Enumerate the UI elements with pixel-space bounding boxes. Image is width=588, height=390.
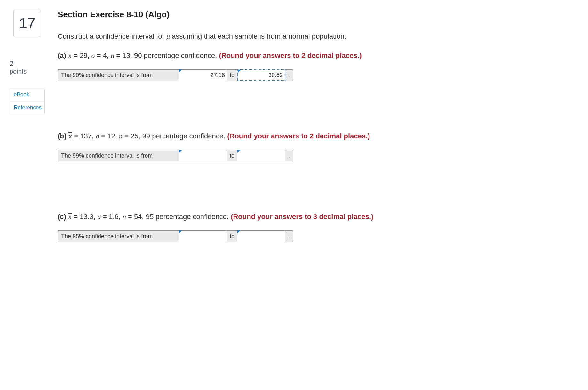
intro-pre: Construct a confidence interval for (58, 32, 166, 40)
period-cell: . (285, 230, 293, 242)
sidebar: 17 2 points eBook References (6, 10, 48, 114)
period-cell: . (285, 150, 293, 161)
part-a-round-note: (Round your answers to 2 decimal places.… (219, 51, 362, 59)
part-c-answer-row: The 95% confidence interval is from to . (58, 230, 505, 242)
part-c-round-note: (Round your answers to 3 decimal places.… (231, 213, 373, 221)
intro-text: Construct a confidence interval for μ as… (58, 32, 505, 41)
references-link[interactable]: References (10, 101, 44, 114)
input-marker-icon (237, 230, 240, 234)
main-content: Section Exercise 8-10 (Algo) Construct a… (58, 10, 505, 242)
input-marker-icon (238, 70, 241, 73)
part-b-answer-label: The 99% confidence interval is from (58, 150, 179, 161)
part-a-letter: (a) (58, 51, 66, 59)
period-cell: . (285, 69, 293, 81)
to-label: to (227, 230, 237, 242)
sigma-symbol: σ (91, 51, 95, 59)
points-label: points (10, 68, 27, 75)
part-b-xbar-val: 137 (80, 132, 92, 140)
part-c-upper-input[interactable] (237, 230, 285, 242)
part-c: (c) x = 13.3, σ = 1.6, n = 54, 95 percen… (58, 213, 505, 242)
part-b-answer-row: The 99% confidence interval is from to . (58, 150, 505, 161)
sigma-symbol: σ (97, 213, 101, 221)
part-b-prompt: (b) x = 137, σ = 12, n = 25, 99 percenta… (58, 132, 505, 140)
part-c-conf: 95 percentage confidence. (146, 213, 229, 221)
question-number-box: 17 (13, 10, 41, 37)
n-symbol: n (111, 51, 114, 59)
part-a-conf: 90 percentage confidence. (134, 51, 217, 59)
part-b: (b) x = 137, σ = 12, n = 25, 99 percenta… (58, 132, 505, 161)
part-a-prompt: (a) x = 29, σ = 4, n = 13, 90 percentage… (58, 51, 505, 60)
part-a-upper-val: 30.82 (268, 72, 283, 79)
page-wrapper: 17 2 points eBook References Section Exe… (6, 10, 582, 242)
part-c-n-val: 54 (134, 213, 142, 221)
part-a-sigma-val: 4 (103, 51, 107, 59)
input-marker-icon (237, 150, 240, 153)
xbar-symbol: x (68, 213, 72, 221)
question-number: 17 (19, 15, 35, 32)
part-c-xbar-val: 13.3 (80, 213, 93, 221)
part-c-lower-input[interactable] (179, 230, 227, 242)
part-b-n-val: 25 (131, 132, 138, 140)
part-a-n-val: 13 (122, 51, 130, 59)
xbar-symbol: x (68, 51, 72, 60)
mu-symbol: μ (166, 32, 170, 40)
part-b-upper-input[interactable] (237, 150, 285, 161)
points-block: 2 points (10, 59, 27, 75)
part-b-conf: 99 percentage confidence. (142, 132, 225, 140)
part-a-answer-label: The 90% confidence interval is from (58, 69, 179, 81)
input-marker-icon (179, 69, 182, 73)
input-marker-icon (179, 230, 182, 234)
to-label: to (227, 150, 237, 161)
part-a: (a) x = 29, σ = 4, n = 13, 90 percentage… (58, 51, 505, 81)
part-a-upper-input[interactable]: 30.82 (237, 69, 285, 81)
part-c-sigma-val: 1.6 (109, 213, 119, 221)
part-a-lower-val: 27.18 (211, 72, 225, 79)
to-label: to (227, 69, 237, 81)
xbar-symbol: x (68, 132, 72, 140)
part-c-answer-label: The 95% confidence interval is from (58, 230, 179, 242)
part-b-letter: (b) (58, 132, 67, 140)
part-b-round-note: (Round your answers to 2 decimal places.… (227, 132, 370, 140)
part-a-lower-input[interactable]: 27.18 (179, 69, 227, 81)
ebook-link[interactable]: eBook (10, 88, 44, 101)
points-value: 2 (10, 59, 27, 68)
part-a-xbar-val: 29 (80, 51, 87, 59)
part-c-prompt: (c) x = 13.3, σ = 1.6, n = 54, 95 percen… (58, 213, 505, 221)
part-b-sigma-val: 12 (107, 132, 115, 140)
input-marker-icon (179, 150, 182, 153)
side-links: eBook References (10, 88, 45, 114)
section-title: Section Exercise 8-10 (Algo) (58, 10, 505, 20)
n-symbol: n (123, 213, 126, 221)
part-c-letter: (c) (58, 213, 66, 221)
n-symbol: n (119, 132, 123, 140)
sigma-symbol: σ (96, 132, 99, 140)
intro-post: assuming that each sample is from a norm… (170, 32, 346, 40)
part-b-lower-input[interactable] (179, 150, 227, 161)
part-a-answer-row: The 90% confidence interval is from 27.1… (58, 69, 505, 81)
